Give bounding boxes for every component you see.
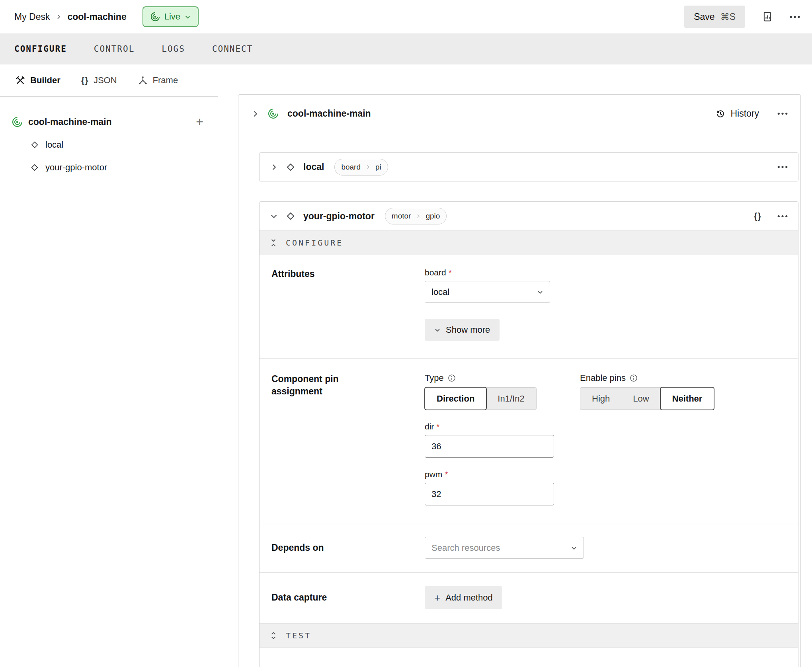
dir-input[interactable] (425, 435, 554, 458)
show-more-button[interactable]: Show more (425, 319, 500, 341)
view-json[interactable]: {} JSON (81, 75, 117, 86)
history-button[interactable]: History (715, 108, 759, 119)
plus-icon: + (434, 593, 440, 603)
machine-card-header: cool-machine-main History (238, 95, 800, 133)
view-builder-label: Builder (30, 75, 61, 86)
resource-tree: cool-machine-main + local your-gpio-moto… (0, 97, 218, 179)
type-column: Type Directio (425, 373, 554, 505)
tab-configure[interactable]: CONFIGURE (14, 44, 67, 54)
depends-on-placeholder: Search resources (431, 543, 500, 553)
tree-item-machine[interactable]: cool-machine-main + (0, 110, 218, 133)
viam-machine-icon (12, 117, 23, 127)
pwm-input[interactable] (425, 483, 554, 505)
depends-on-row: Depends on Search resources (260, 523, 798, 573)
badge-model: pi (369, 159, 388, 175)
info-icon[interactable] (630, 374, 638, 382)
board-select[interactable]: local (425, 281, 550, 303)
attributes-row: Attributes board* local (260, 255, 798, 359)
tree-machine-label: cool-machine-main (28, 117, 112, 127)
view-switcher: Builder {} JSON Frame (0, 64, 218, 97)
type-option-in1in2[interactable]: In1/In2 (486, 388, 536, 410)
component-diamond-icon (286, 162, 295, 172)
motor-type-badge: motor gpio (385, 208, 447, 224)
machine-card-actions: History (715, 108, 788, 119)
chevron-down-icon (185, 14, 191, 20)
code-braces-icon[interactable]: {} (754, 211, 761, 221)
attributes-heading: Attributes (271, 268, 391, 280)
sidebar: Builder {} JSON Frame (0, 64, 218, 667)
chevron-down-icon (434, 327, 441, 333)
enable-option-low[interactable]: Low (621, 388, 660, 410)
view-frame[interactable]: Frame (138, 75, 178, 86)
type-label: Type (425, 373, 554, 383)
local-more-icon[interactable] (777, 166, 788, 168)
machine-title: cool-machine-main (287, 108, 371, 119)
tab-control[interactable]: CONTROL (94, 44, 135, 54)
enable-option-high[interactable]: High (580, 388, 621, 410)
chevron-right-icon[interactable] (251, 110, 259, 118)
motor-card-actions: {} (754, 211, 788, 221)
configure-section-label: CONFIGURE (286, 238, 343, 248)
pin-assignment-heading: Component pin assignment (271, 373, 391, 398)
tab-connect[interactable]: CONNECT (212, 44, 253, 54)
main-area: cool-machine-main History (218, 64, 812, 667)
local-type-badge: board pi (334, 159, 388, 176)
tree-item-motor[interactable]: your-gpio-motor (0, 156, 218, 179)
component-diamond-icon (30, 140, 39, 149)
depends-on-heading: Depends on (271, 542, 391, 554)
motor-card: your-gpio-motor motor gpio {} (259, 201, 798, 667)
collapse-icon (270, 238, 277, 247)
badge-model: gpio (419, 208, 446, 224)
view-builder[interactable]: Builder (15, 75, 61, 86)
machine-more-icon[interactable] (777, 112, 788, 115)
chevron-right-icon[interactable] (270, 163, 278, 171)
more-menu-icon[interactable] (790, 16, 800, 18)
breadcrumb-current: cool-machine (67, 12, 126, 22)
depends-on-select[interactable]: Search resources (425, 537, 584, 559)
required-marker: * (445, 470, 448, 479)
test-section-bar[interactable]: TEST (260, 623, 798, 648)
history-clock-icon (715, 109, 726, 119)
configure-section-bar[interactable]: CONFIGURE (260, 230, 798, 255)
pin-assignment-row: Component pin assignment Type (260, 359, 798, 523)
motor-card-header: your-gpio-motor motor gpio {} (260, 202, 798, 230)
machine-card: cool-machine-main History (238, 94, 801, 667)
required-marker: * (449, 268, 452, 277)
chevron-down-icon[interactable] (270, 212, 278, 220)
type-segmented-control: Direction In1/In2 (425, 387, 537, 410)
viam-live-icon (150, 12, 160, 21)
info-icon[interactable] (448, 374, 456, 382)
enable-option-neither[interactable]: Neither (661, 388, 714, 410)
save-button[interactable]: Save ⌘S (684, 6, 745, 28)
live-status-button[interactable]: Live (142, 6, 199, 27)
frame-axes-icon (138, 75, 148, 86)
enable-pins-column: Enable pins H (580, 373, 714, 410)
test-section-label: TEST (286, 631, 311, 640)
pwm-field-label: pwm* (425, 470, 554, 479)
add-method-button[interactable]: + Add method (425, 586, 502, 609)
type-option-direction[interactable]: Direction (425, 388, 486, 410)
breadcrumb: My Desk cool-machine (14, 12, 127, 22)
chevron-down-icon (571, 545, 577, 551)
tree-item-local[interactable]: local (0, 133, 218, 156)
required-marker: * (436, 422, 439, 431)
board-field-label: board* (425, 268, 786, 277)
board-select-value: local (431, 287, 449, 297)
top-header: My Desk cool-machine Live Save ⌘ (0, 0, 812, 33)
machine-metrics-icon[interactable] (762, 11, 773, 22)
motor-card-title: your-gpio-motor (303, 211, 375, 222)
viam-configure-page: My Desk cool-machine Live Save ⌘ (0, 0, 812, 667)
show-more-label: Show more (446, 325, 490, 335)
add-resource-icon[interactable]: + (196, 115, 203, 128)
save-shortcut: ⌘S (720, 12, 736, 22)
tab-logs[interactable]: LOGS (162, 44, 185, 54)
enable-pins-label: Enable pins (580, 373, 714, 383)
motor-more-icon[interactable] (777, 215, 788, 218)
history-label: History (730, 108, 759, 119)
add-method-label: Add method (445, 593, 493, 603)
braces-icon: {} (81, 75, 89, 86)
enable-pins-segmented-control: High Low Neither (580, 387, 714, 410)
breadcrumb-root[interactable]: My Desk (14, 12, 50, 22)
expand-icon (270, 631, 277, 640)
topbar-actions: Save ⌘S (684, 6, 800, 28)
